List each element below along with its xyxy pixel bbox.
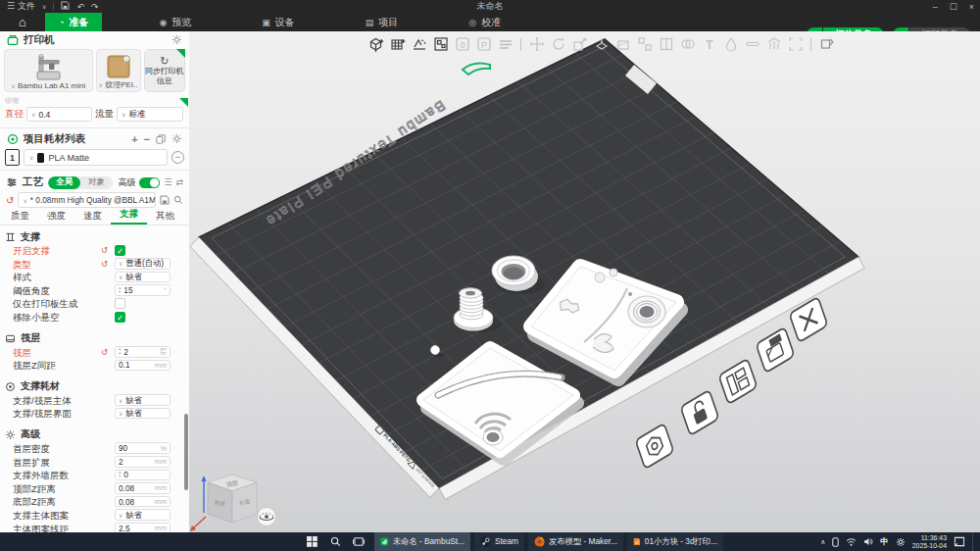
home-icon[interactable]: ⌂ xyxy=(0,13,45,31)
support-interface-filament-select[interactable]: ∨缺省 xyxy=(115,408,171,420)
task-view-icon[interactable] xyxy=(347,532,370,551)
tab-project[interactable]: ▤项目 xyxy=(352,13,413,31)
split-parts-icon[interactable] xyxy=(658,36,674,53)
ime-settings-gear-icon[interactable] xyxy=(896,537,906,547)
undo-icon[interactable]: ↶ xyxy=(76,2,84,12)
base-pattern-spacing-input[interactable]: 2.5mm xyxy=(115,523,171,532)
start-button[interactable] xyxy=(300,532,323,551)
copy-filament-icon[interactable] xyxy=(156,134,166,144)
plate-settings-icon[interactable] xyxy=(635,424,673,470)
first-layer-expansion-input[interactable]: 2mm xyxy=(115,456,171,468)
buildplate-only-checkbox[interactable] xyxy=(115,298,125,309)
search-preset-icon[interactable] xyxy=(173,195,183,205)
lay-on-face-icon[interactable] xyxy=(593,36,610,53)
layers-icon[interactable] xyxy=(497,36,514,53)
mesh-boolean-icon[interactable] xyxy=(679,36,696,53)
printer-settings-gear-icon[interactable] xyxy=(172,34,182,45)
raft-gap-input[interactable]: 0.1mm xyxy=(115,360,171,372)
arrange-icon[interactable] xyxy=(432,36,449,53)
filament-settings-gear-icon[interactable] xyxy=(172,133,182,144)
action-center-icon[interactable] xyxy=(954,536,965,547)
top-z-distance-input[interactable]: 0.08mm xyxy=(115,482,171,494)
tab-support[interactable]: 支撑 xyxy=(111,208,147,225)
panel-scrollbar[interactable] xyxy=(184,414,188,490)
minimize-button[interactable]: – xyxy=(933,2,938,12)
filament-select[interactable]: ∨ PLA Matte xyxy=(24,149,168,166)
tab-strength[interactable]: 强度 xyxy=(38,210,74,225)
scale-icon[interactable] xyxy=(571,36,588,53)
save-preset-icon[interactable] xyxy=(160,195,170,205)
save-icon[interactable] xyxy=(61,1,70,12)
orbit-icon[interactable] xyxy=(258,508,276,526)
taskbar-app-firefox[interactable]: 发布模型 - Maker... xyxy=(528,532,623,551)
rotate-icon[interactable] xyxy=(550,36,566,53)
auto-orient-icon[interactable] xyxy=(411,36,427,53)
tab-device[interactable]: ▣设备 xyxy=(248,13,309,31)
support-base-filament-select[interactable]: ∨缺省 xyxy=(115,394,171,406)
add-model-icon[interactable] xyxy=(368,36,384,53)
diameter-select[interactable]: ∨0.4 xyxy=(26,107,92,122)
flow-select[interactable]: ∨标准 xyxy=(117,107,183,122)
close-button[interactable]: × xyxy=(969,2,974,12)
base-pattern-select[interactable]: ∨缺省 xyxy=(115,509,171,521)
split-objects-icon[interactable] xyxy=(636,36,653,53)
printer-select-card[interactable]: ∨ Bambu Lab A1 mini xyxy=(4,49,93,92)
tab-prepare[interactable]: ◔准备 xyxy=(45,13,102,31)
remove-small-overhang-checkbox[interactable]: ✓ xyxy=(115,312,125,323)
raft-layers-spinner[interactable]: ▴▾2层 xyxy=(115,346,171,358)
support-style-select[interactable]: ∨缺省 xyxy=(115,272,171,283)
zero-badge-icon[interactable]: 0 xyxy=(454,36,470,53)
bottom-z-distance-input[interactable]: 0.08mm xyxy=(115,496,171,508)
plate-layout-icon[interactable] xyxy=(718,359,757,405)
color-paint-icon[interactable] xyxy=(722,36,739,53)
volume-icon[interactable] xyxy=(863,537,873,546)
support-type-select[interactable]: ∨普通(自动) xyxy=(115,258,171,270)
tab-others[interactable]: 其他 xyxy=(147,210,183,225)
add-filament-icon[interactable]: + xyxy=(131,133,137,145)
preset-select[interactable]: ∨* 0.08mm High Quality @BBL A1M xyxy=(18,192,156,208)
taskbar-search-icon[interactable] xyxy=(323,532,347,551)
taskbar-app-document[interactable]: 01小方块 - 3d打印... xyxy=(627,532,723,551)
restore-button[interactable]: ☐ xyxy=(950,2,957,12)
remove-filament-circle-icon[interactable]: − xyxy=(172,151,184,164)
tab-preview[interactable]: ◉预览 xyxy=(145,13,205,31)
hamburger-menu-icon[interactable]: ☰文件 xyxy=(7,0,35,13)
support-wall-loops-spinner[interactable]: ▴▾0 xyxy=(115,470,171,481)
tray-expand-icon[interactable]: ∧ xyxy=(820,538,825,546)
plate-lock-icon[interactable] xyxy=(680,390,718,436)
preset-history-icon[interactable]: ↺ xyxy=(6,195,14,206)
viewport-3d[interactable]: PLA·ABS·PETG HOT SURFACE Bambu Textured … xyxy=(189,31,980,532)
tab-calibrate[interactable]: ◎校准 xyxy=(455,13,514,31)
taskbar-app-bambustudio[interactable]: 未命名 - BambuSt... xyxy=(374,532,470,551)
scope-global[interactable]: 全局 xyxy=(48,176,80,189)
nav-cube[interactable]: 顶部 前面 右面 xyxy=(190,475,257,531)
support-paint-icon[interactable] xyxy=(765,36,782,53)
cut-icon[interactable] xyxy=(614,36,631,53)
threshold-angle-spinner[interactable]: ▴▾15° xyxy=(115,284,171,296)
reset-icon[interactable]: ↺ xyxy=(101,259,108,269)
compare-presets-icon[interactable]: ☰ xyxy=(164,177,172,187)
seam-icon[interactable] xyxy=(744,36,760,53)
tab-speed[interactable]: 速度 xyxy=(74,210,111,225)
advanced-toggle[interactable] xyxy=(139,177,160,188)
enable-support-checkbox[interactable]: ✓ xyxy=(115,245,125,256)
ime-indicator[interactable]: 中 xyxy=(880,536,889,548)
reset-icon[interactable]: ↺ xyxy=(101,245,108,255)
move-icon[interactable] xyxy=(528,36,545,53)
first-layer-density-input[interactable]: 90% xyxy=(115,442,171,454)
assembly-icon[interactable] xyxy=(818,36,835,53)
add-plate-icon[interactable] xyxy=(389,36,406,53)
file-menu-chevron-icon[interactable]: ∨ xyxy=(42,3,46,10)
measure-icon[interactable] xyxy=(787,36,804,53)
taskbar-app-steam[interactable]: Steam xyxy=(474,532,524,551)
remove-filament-icon[interactable]: − xyxy=(144,133,150,145)
plate-type-select-card[interactable]: i ∨ 纹理PEI... xyxy=(96,49,141,92)
taskbar-clock[interactable]: 11:36:43 2025-10-04 xyxy=(912,534,947,549)
tab-quality[interactable]: 质量 xyxy=(2,210,38,225)
text-tool-icon[interactable]: T xyxy=(701,36,717,53)
plate-auto-arrange-icon[interactable] xyxy=(756,327,794,374)
redo-icon[interactable]: ↷ xyxy=(91,2,99,12)
phone-icon[interactable] xyxy=(832,537,839,547)
network-icon[interactable] xyxy=(846,537,857,546)
show-desktop-button[interactable] xyxy=(972,532,976,551)
